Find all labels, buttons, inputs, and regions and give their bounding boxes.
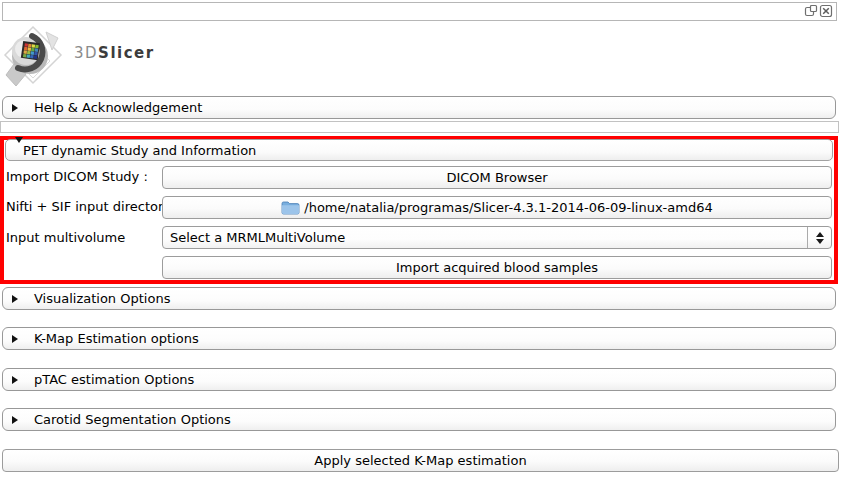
section-ptac-estimation-options[interactable]: pTAC estimation Options (2, 368, 836, 391)
section-pet-dynamic-study[interactable]: PET dynamic Study and Information (5, 139, 833, 161)
section-label: pTAC estimation Options (34, 372, 194, 387)
multivolume-selected-value: Select a MRMLMultiVolume (170, 230, 345, 245)
slicer-logo: 3DSlicer (2, 24, 262, 90)
expand-arrow-icon (12, 104, 26, 112)
expand-arrow-icon (12, 335, 26, 343)
nifti-directory-picker-button[interactable]: /home/natalia/programas/Slicer-4.3.1-201… (162, 196, 832, 219)
folder-icon (281, 200, 300, 215)
input-multivolume-label: Input multivolume (6, 230, 125, 245)
logo-name: Slicer (98, 44, 155, 62)
help-collapsed-frame (0, 121, 839, 133)
float-window-icon[interactable] (804, 4, 818, 18)
section-visualization-options[interactable]: Visualization Options (2, 287, 836, 310)
logo-prefix: 3D (74, 44, 98, 62)
combo-arrows-icon (807, 227, 831, 248)
expand-arrow-icon (12, 416, 26, 424)
section-label: PET dynamic Study and Information (23, 143, 256, 158)
section-kmap-estimation-options[interactable]: K-Map Estimation options (2, 327, 836, 350)
section-carotid-segmentation-options[interactable]: Carotid Segmentation Options (2, 408, 836, 431)
slicer-logo-icon (2, 24, 66, 90)
import-dicom-label: Import DICOM Study : (6, 169, 148, 184)
import-blood-samples-button[interactable]: Import acquired blood samples (162, 256, 832, 279)
expand-arrow-icon (12, 376, 26, 384)
multivolume-combobox[interactable]: Select a MRMLMultiVolume (162, 226, 832, 249)
section-label: Visualization Options (34, 291, 170, 306)
slicer-logo-text: 3DSlicer (74, 44, 155, 62)
panel-titlebar (2, 2, 837, 21)
expand-arrow-icon (12, 295, 26, 303)
close-window-icon[interactable] (819, 4, 833, 18)
slicer-module-panel: 3DSlicer Help & Acknowledgement PET dyna… (0, 0, 842, 480)
nifti-directory-path: /home/natalia/programas/Slicer-4.3.1-201… (304, 200, 712, 215)
apply-kmap-estimation-button[interactable]: Apply selected K-Map estimation (2, 449, 839, 472)
section-help-acknowledgement[interactable]: Help & Acknowledgement (2, 96, 836, 119)
section-label: Carotid Segmentation Options (34, 412, 231, 427)
section-label: K-Map Estimation options (34, 331, 199, 346)
section-label: Help & Acknowledgement (34, 100, 202, 115)
nifti-sif-directory-label: Nifti + SIF input directory (6, 199, 171, 214)
collapse-arrow-icon (15, 143, 23, 158)
dicom-browser-button[interactable]: DICOM Browser (162, 166, 832, 189)
